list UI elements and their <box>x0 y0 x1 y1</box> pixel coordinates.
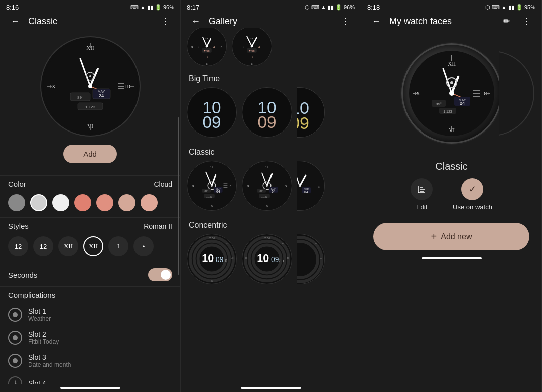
style-btn-dot[interactable]: • <box>133 236 154 256</box>
style-btn-12a[interactable]: 12 <box>8 236 28 256</box>
slot4-text: Slot 4 <box>28 379 46 384</box>
status-time-3: 8:18 <box>367 4 380 11</box>
panel2-title: Gallery <box>209 16 333 27</box>
status-time-1: 8:16 <box>6 4 19 11</box>
color-swatch-gray[interactable] <box>8 194 25 211</box>
slot1-text: Slot 1 Weather <box>28 307 51 322</box>
concentric-row: 55 50 45 40 35 10 09 35 <box>187 234 355 288</box>
watch-face-display: XII III VI IX <box>40 36 141 137</box>
color-swatch-salmon[interactable] <box>74 194 91 211</box>
gallery-scroll: Big Time 10 09 10 09 <box>181 68 361 384</box>
concentric-watch-2[interactable]: 55 50 45 40 00 10 09 35 <box>242 234 292 284</box>
slot1-label: Slot 1 <box>28 307 51 315</box>
slot1-item[interactable]: Slot 1 Weather <box>8 303 172 326</box>
svg-text:3: 3 <box>221 45 223 49</box>
add-new-button[interactable]: + Add new <box>373 223 529 250</box>
action-row: Edit ✓ Use on watch <box>361 174 541 219</box>
slot4-item[interactable]: Slot 4 <box>8 372 172 384</box>
slot4-icon <box>8 376 22 384</box>
plus-icon: + <box>431 231 437 242</box>
watch-device: XII III VI IX <box>396 38 507 149</box>
slot1-icon <box>8 308 22 322</box>
concentric-watch-1[interactable]: 55 50 45 40 35 10 09 35 <box>187 234 237 284</box>
svg-text:09: 09 <box>257 113 276 132</box>
more-button-2[interactable]: ⋮ <box>337 12 355 30</box>
svg-text:55 50: 55 50 <box>209 237 215 240</box>
gallery-top-watch-2[interactable]: 12 6 ♥ 68 4 8 3 <box>232 28 272 66</box>
color-swatch-cloud[interactable] <box>118 194 136 211</box>
color-swatch-white[interactable] <box>52 194 69 211</box>
gallery-top-watch-1[interactable]: 12 6 9 3 ♥ 68 3 4 8 <box>187 28 227 66</box>
seconds-label: Seconds <box>8 271 37 279</box>
svg-point-93 <box>297 162 324 211</box>
svg-text:1,123: 1,123 <box>206 196 213 198</box>
styles-value: Roman II <box>144 222 172 230</box>
style-btn-xii-a[interactable]: XII <box>58 236 78 256</box>
svg-point-19 <box>89 75 91 77</box>
color-section-header: Color Cloud <box>0 176 180 190</box>
classic-row: 12 3 6 9 89° SEP 04 1,123 <box>187 161 355 215</box>
use-on-watch-action[interactable]: ✓ Use on watch <box>453 178 492 211</box>
pencil-button[interactable]: ✏ <box>497 12 515 30</box>
svg-text:35: 35 <box>279 258 284 263</box>
slot1-value: Weather <box>28 315 51 322</box>
big-time-partial[interactable]: 10 09 <box>297 87 325 138</box>
more-button-3[interactable]: ⋮ <box>517 12 535 30</box>
color-value: Cloud <box>154 180 172 188</box>
slot2-text: Slot 2 Fitbit Today <box>28 330 59 345</box>
seconds-toggle[interactable] <box>148 268 172 281</box>
panel-classic: 8:16 ⌨ ▲ ▮▮ 🔋 96% ← Classic ⋮ XII III VI… <box>0 0 181 392</box>
more-button-1[interactable]: ⋮ <box>156 12 174 30</box>
back-button-1[interactable]: ← <box>6 12 24 30</box>
back-button-2[interactable]: ← <box>187 12 205 30</box>
slot3-item[interactable]: Slot 3 Date and month <box>8 349 172 372</box>
svg-text:9: 9 <box>191 45 193 49</box>
color-row <box>0 190 180 217</box>
slot2-icon <box>8 331 22 345</box>
edit-icon-circle <box>411 178 433 200</box>
style-btn-xii-b[interactable]: XII <box>83 236 103 256</box>
section-title-classic: Classic <box>187 142 355 161</box>
slot2-item[interactable]: Slot 2 Fitbit Today <box>8 326 172 349</box>
panel1-title: Classic <box>28 16 152 27</box>
style-btn-12b[interactable]: 12 <box>33 236 53 256</box>
concentric-partial[interactable]: 45 40 00 <box>297 234 325 284</box>
svg-text:3: 3 <box>206 55 208 59</box>
status-bar-3: 8:18 ⬡ ⌨ ▲ ▮▮ 🔋 95% <box>361 0 541 14</box>
complications-title: Complications <box>8 291 172 299</box>
color-swatch-light-gray[interactable] <box>30 194 47 211</box>
svg-text:10: 10 <box>202 252 214 265</box>
svg-point-97 <box>299 185 301 187</box>
svg-text:8: 8 <box>198 45 200 49</box>
watch-screen: XII III VI IX <box>409 51 494 136</box>
color-swatch-light-rose[interactable] <box>141 194 158 211</box>
svg-text:6: 6 <box>211 204 213 208</box>
classic-partial[interactable]: 3 SEP 04 <box>297 161 325 211</box>
svg-text:4: 4 <box>213 45 215 49</box>
back-button-3[interactable]: ← <box>367 12 385 30</box>
classic-watch-2[interactable]: 12 3 6 9 89° SEP 04 1,123 <box>242 161 292 211</box>
slot2-label: Slot 2 <box>28 330 59 338</box>
svg-point-154 <box>499 51 534 136</box>
status-icons-3: ⬡ ⌨ ▲ ▮▮ 🔋 95% <box>485 4 535 11</box>
svg-text:1,123: 1,123 <box>85 105 95 109</box>
svg-point-43 <box>251 45 253 48</box>
big-time-watch-1[interactable]: 10 09 <box>187 87 237 138</box>
svg-text:40: 40 <box>320 257 322 260</box>
slot3-label: Slot 3 <box>28 353 71 361</box>
add-button[interactable]: Add <box>63 145 117 163</box>
svg-point-85 <box>266 185 268 187</box>
svg-text:9: 9 <box>247 184 249 188</box>
svg-text:12: 12 <box>205 36 209 39</box>
svg-text:1,123: 1,123 <box>261 196 268 198</box>
big-time-watch-2[interactable]: 10 09 <box>242 87 292 138</box>
nav-indicator-3 <box>422 257 482 259</box>
style-btn-i[interactable]: I <box>108 236 128 256</box>
edit-action[interactable]: Edit <box>411 178 433 211</box>
seconds-row: Seconds <box>0 263 180 286</box>
svg-text:09: 09 <box>216 256 223 264</box>
svg-text:55 50: 55 50 <box>264 237 270 240</box>
classic-watch-1[interactable]: 12 3 6 9 89° SEP 04 1,123 <box>187 161 237 211</box>
svg-text:09: 09 <box>297 113 309 133</box>
color-swatch-rose[interactable] <box>96 194 113 211</box>
